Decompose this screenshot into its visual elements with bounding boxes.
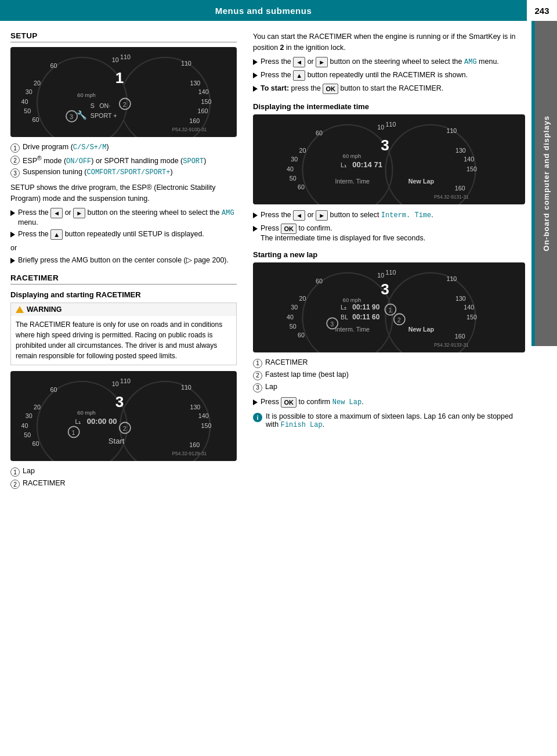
racetimer-num-1: 1 — [10, 467, 20, 477]
right-bullet-1: Press the ◄ or ► button on the steering … — [253, 57, 525, 67]
svg-text:110: 110 — [446, 275, 457, 282]
svg-text:P54.32-9129-31: P54.32-9129-31 — [172, 451, 207, 457]
svg-text:20: 20 — [299, 146, 306, 153]
svg-text:60: 60 — [298, 331, 305, 338]
displaying-racetimer-heading: Displaying and starting RACETIMER — [10, 290, 237, 299]
svg-text:1: 1 — [72, 429, 75, 436]
svg-text:50: 50 — [24, 107, 31, 114]
right-bullet-arrow-1 — [253, 59, 258, 65]
newlap-bullet-1: Press OK to confirm New Lap. — [253, 397, 525, 408]
svg-text:10: 10 — [377, 124, 384, 131]
svg-text:SPORT +: SPORT + — [91, 112, 117, 119]
svg-text:🔧: 🔧 — [77, 110, 87, 120]
svg-text:160: 160 — [189, 442, 200, 449]
item-text-3: Suspension tuning (COMFORT/SPORT/SPORT+) — [23, 168, 173, 177]
left-column: SETUP 20 30 40 50 60 60 130 140 150 160 — [10, 31, 237, 494]
svg-text:130: 130 — [455, 294, 466, 301]
racetimer-num-2: 2 — [10, 480, 20, 489]
svg-text:3: 3 — [330, 320, 334, 327]
setup-bullet-2-text: Press the ▲ button repeatedly until SETU… — [18, 229, 237, 240]
cluster-image-racetimer-start: 20 30 40 50 60 60 130 140 150 10 110 110… — [10, 371, 237, 461]
svg-text:130: 130 — [190, 404, 200, 411]
svg-text:110: 110 — [181, 384, 191, 391]
right-bullet-3: To start: press the OK button to start t… — [253, 84, 525, 94]
cluster-image-intermed: 20 30 40 50 60 60 130 140 150 10 110 110… — [253, 114, 525, 204]
racetimer-item-2: 2 RACETIMER — [10, 479, 237, 489]
intermed-heading: Displaying the intermediate time — [253, 102, 525, 111]
svg-text:00:14 71: 00:14 71 — [352, 160, 382, 168]
svg-text:110: 110 — [386, 269, 396, 276]
svg-text:P54.32-9133-31: P54.32-9133-31 — [434, 342, 469, 348]
newlap-text-1: RACETIMER — [265, 358, 308, 366]
warning-box: WARNING The RACETIMER feature is only fo… — [10, 303, 237, 365]
newlap-item-3: 3 Lap — [253, 383, 525, 393]
page-header: Menus and submenus 243 — [0, 0, 557, 21]
page-body: SETUP 20 30 40 50 60 60 130 140 150 160 — [0, 21, 557, 504]
svg-text:20: 20 — [34, 404, 41, 411]
svg-text:3: 3 — [115, 393, 124, 411]
svg-text:2: 2 — [397, 316, 401, 323]
svg-text:10: 10 — [112, 381, 119, 388]
svg-text:60: 60 — [316, 277, 323, 284]
svg-text:60: 60 — [316, 129, 323, 136]
intermed-bullet-arrow-2 — [253, 226, 258, 232]
svg-text:60 mph: 60 mph — [77, 92, 96, 98]
svg-text:40: 40 — [21, 422, 28, 429]
cluster-image-setup: 20 30 40 50 60 60 130 140 150 160 110 16… — [10, 47, 237, 137]
intermed-bullet-1: Press the ◄ or ► button to select Interm… — [253, 210, 525, 221]
intermed-bullet-arrow-1 — [253, 213, 258, 218]
svg-text:50: 50 — [290, 175, 296, 182]
intermed-bullet-2-text: Press OK to confirm.The intermediate tim… — [261, 224, 525, 242]
right-bullet-2-text: Press the ▲ button repeatedly until the … — [261, 70, 525, 81]
svg-text:40: 40 — [287, 313, 294, 320]
svg-text:10: 10 — [112, 56, 119, 63]
svg-text:110: 110 — [386, 121, 396, 128]
svg-text:110: 110 — [120, 53, 131, 60]
newlap-item-1: 1 RACETIMER — [253, 358, 525, 368]
svg-text:L₁: L₁ — [75, 418, 81, 425]
bullet-arrow-icon-2 — [10, 232, 15, 237]
svg-text:150: 150 — [201, 98, 212, 105]
svg-text:40: 40 — [21, 98, 28, 105]
newlap-num-1: 1 — [253, 359, 262, 368]
svg-text:30: 30 — [26, 412, 32, 419]
svg-text:Interm. Time: Interm. Time — [335, 178, 370, 185]
svg-text:60: 60 — [50, 386, 57, 393]
setup-item-3: 3 Suspension tuning (COMFORT/SPORT/SPORT… — [10, 168, 237, 178]
svg-text:150: 150 — [201, 422, 212, 429]
svg-text:00:00 00: 00:00 00 — [87, 417, 117, 426]
info-icon: i — [253, 413, 262, 422]
setup-bullet-3: Briefly press the AMG button on the cent… — [10, 255, 237, 264]
svg-text:50: 50 — [24, 432, 31, 439]
svg-text:150: 150 — [466, 165, 477, 172]
racetimer-item-1: 1 Lap — [10, 467, 237, 477]
setup-bullet-1: Press the ◄ or ► button on the steering … — [10, 208, 237, 226]
svg-text:130: 130 — [455, 146, 466, 153]
page-number: 243 — [527, 0, 557, 21]
svg-text:140: 140 — [198, 88, 209, 95]
racetimer-heading: RACETIMER — [10, 273, 237, 285]
svg-text:3: 3 — [381, 280, 389, 297]
svg-text:New Lap: New Lap — [408, 326, 435, 333]
svg-text:140: 140 — [198, 412, 209, 419]
svg-text:P54.32-9131-31: P54.32-9131-31 — [434, 194, 469, 200]
svg-text:Interm. Time: Interm. Time — [335, 326, 370, 333]
svg-text:40: 40 — [287, 165, 294, 172]
svg-text:L₁: L₁ — [341, 161, 346, 168]
svg-text:New Lap: New Lap — [408, 178, 435, 185]
newlap-text-3: Lap — [265, 383, 277, 391]
racetimer-item-list: 1 Lap 2 RACETIMER — [10, 467, 237, 489]
svg-text:60 mph: 60 mph — [77, 410, 96, 416]
setup-item-2: 2 ESP® mode (ON/OFF) or SPORT handling m… — [10, 155, 237, 165]
svg-text:00:11 60: 00:11 60 — [352, 312, 379, 321]
info-text: It is possible to store a maximum of six… — [266, 412, 525, 429]
item-text-1: Drive program (C/S/S+/M) — [23, 143, 109, 152]
svg-text:60 mph: 60 mph — [343, 296, 361, 303]
svg-text:P54.32-9100-31: P54.32-9100-31 — [172, 127, 207, 132]
info-row: i It is possible to store a maximum of s… — [253, 412, 525, 429]
svg-text:140: 140 — [464, 304, 474, 311]
svg-text:60: 60 — [50, 62, 57, 69]
or-text: or — [10, 243, 237, 254]
svg-text:60: 60 — [32, 440, 39, 447]
svg-text:2: 2 — [123, 101, 126, 108]
